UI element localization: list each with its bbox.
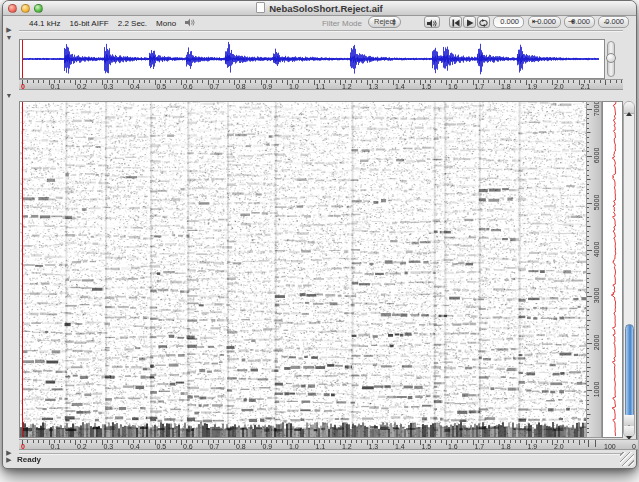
play-button[interactable] <box>463 16 476 28</box>
ruler-label: 1.0 <box>289 443 299 450</box>
skip-start-icon <box>452 19 460 27</box>
ruler-label: 2.0 <box>554 83 564 90</box>
freq-label: 7000 <box>593 101 600 121</box>
speaker-icon <box>185 18 195 29</box>
ruler-label: 1.4 <box>395 443 405 450</box>
ruler-label: 1.5 <box>422 443 432 450</box>
ruler-label: 0.3 <box>104 443 114 450</box>
filter-mode-popup[interactable]: Reject ▲▼ <box>368 16 401 28</box>
ruler-label: 1.5 <box>422 83 432 90</box>
file-info: 44.1 kHz16-bit AIFF2.2 Sec.Mono <box>29 18 204 29</box>
spectrum-panel[interactable] <box>602 101 623 438</box>
toolbar: 44.1 kHz16-bit AIFF2.2 Sec.Mono Filter M… <box>3 15 636 29</box>
ruler-label: 2.0 <box>554 443 564 450</box>
ruler-label: 1.2 <box>342 83 352 90</box>
ruler-label: 0.4 <box>130 443 140 450</box>
ruler-label: 0.5 <box>157 83 167 90</box>
ruler-label: 1.1 <box>316 83 326 90</box>
ruler-label: 0.5 <box>157 443 167 450</box>
speaker-icon <box>427 19 437 28</box>
freq-label: 4000 <box>593 237 600 261</box>
ruler-label: 0.8 <box>236 443 246 450</box>
go-to-start-button[interactable] <box>449 16 462 28</box>
scroll-down-button[interactable] <box>624 426 634 437</box>
ruler-label: 0.2 <box>77 443 87 450</box>
time-display-field[interactable]: 0.000 <box>493 16 524 28</box>
spectrum-axis-right-label: 0 <box>632 443 636 450</box>
frequency-ruler[interactable]: 7000600050004000300020001000 <box>586 101 602 438</box>
loop-button[interactable] <box>477 16 490 28</box>
waveform-panel[interactable] <box>19 39 605 79</box>
waveform-pane-disclosure[interactable]: ▼ <box>5 34 13 41</box>
ruler-label: 1.4 <box>395 83 405 90</box>
ruler-label: 1.8 <box>501 443 511 450</box>
ruler-zero-label: 0 <box>21 83 25 90</box>
ruler-label: 1.6 <box>448 83 458 90</box>
ruler-label: 1.1 <box>316 443 326 450</box>
selection-start-field[interactable]: ⇤ 0.000 <box>528 16 561 28</box>
ruler-label: 0.1 <box>51 83 61 90</box>
freq-label: 1000 <box>593 378 600 402</box>
time-ruler-bottom[interactable]: 0 100 0 0.10.20.30.40.50.60.70.80.91.01.… <box>19 439 638 450</box>
bit-depth: 16-bit AIFF <box>70 19 109 28</box>
ruler-zero-label: 0 <box>21 443 25 450</box>
resize-grip[interactable] <box>620 452 634 466</box>
scrollbar-thumb[interactable] <box>625 324 634 419</box>
spectrogram-cursor <box>22 102 23 437</box>
loop-icon <box>479 19 488 27</box>
waveform-zoom-knob[interactable] <box>606 53 616 63</box>
ruler-label: 1.9 <box>528 443 538 450</box>
app-window: NebaSoloShort.Reject.aif 44.1 kHz16-bit … <box>2 0 637 469</box>
ruler-label: 1.8 <box>501 83 511 90</box>
sample-rate: 44.1 kHz <box>29 19 61 28</box>
spectrogram-panel[interactable] <box>19 101 587 438</box>
selection-length-field[interactable]: ↔ 0.000 <box>598 16 629 28</box>
freq-label: 5000 <box>593 190 600 214</box>
ruler-label: 1.7 <box>475 443 485 450</box>
ruler-label: 0.7 <box>210 443 220 450</box>
ruler-label: 1.9 <box>528 83 538 90</box>
document-icon <box>256 2 265 13</box>
collapsed-pane-disclosure[interactable]: ▶ <box>5 26 13 33</box>
vertical-scrollbar[interactable] <box>623 101 635 438</box>
window-title: NebaSoloShort.Reject.aif <box>3 2 636 14</box>
freq-label: 6000 <box>593 143 600 167</box>
time-ruler-top[interactable]: 0 0.10.20.30.40.50.60.70.80.91.01.11.21.… <box>19 79 623 90</box>
status-disclosure[interactable]: ▶ <box>5 456 13 463</box>
ruler-label: 0.3 <box>104 83 114 90</box>
freq-label: 2000 <box>593 331 600 355</box>
waveform-cursor <box>22 40 23 78</box>
spectrogram-canvas[interactable] <box>20 102 586 437</box>
pane-divider <box>19 30 623 31</box>
ruler-label: 0.9 <box>263 443 273 450</box>
filter-mode-label: Filter Mode <box>322 19 362 28</box>
ruler-label: 0.7 <box>210 83 220 90</box>
titlebar[interactable]: NebaSoloShort.Reject.aif <box>3 1 636 16</box>
spectrogram-pane-disclosure[interactable]: ▼ <box>5 92 13 99</box>
ruler-label: 1.7 <box>475 83 485 90</box>
ruler-label: 1.2 <box>342 443 352 450</box>
ruler-label: 0.6 <box>183 443 193 450</box>
freq-label: 3000 <box>593 284 600 308</box>
screenshot: NebaSoloShort.Reject.aif 44.1 kHz16-bit … <box>0 0 639 482</box>
selection-end-field[interactable]: ⇥ 0.000 <box>564 16 595 28</box>
ruler-label: 0.2 <box>77 83 87 90</box>
ruler-label: 1.3 <box>369 443 379 450</box>
ruler-label: 0.4 <box>130 83 140 90</box>
audition-button[interactable] <box>424 16 440 28</box>
ruler-label: 0.6 <box>183 83 193 90</box>
ruler-label: 0.8 <box>236 83 246 90</box>
waveform-canvas[interactable] <box>20 40 604 78</box>
arrow-up-icon <box>626 112 632 116</box>
ruler-label: 0.1 <box>51 443 61 450</box>
channels: Mono <box>156 19 176 28</box>
scroll-up-button-top[interactable] <box>624 102 634 114</box>
ruler-label: 1.6 <box>448 443 458 450</box>
collapsed-pane-disclosure-bottom[interactable]: ▶ <box>5 449 13 456</box>
duration: 2.2 Sec. <box>118 19 147 28</box>
popup-arrows-icon: ▲▼ <box>391 18 397 26</box>
spectrum-canvas[interactable] <box>603 102 622 437</box>
spectrum-axis-label: 100 <box>604 443 616 450</box>
ruler-label: 1.3 <box>369 83 379 90</box>
status-text: Ready <box>17 455 41 464</box>
